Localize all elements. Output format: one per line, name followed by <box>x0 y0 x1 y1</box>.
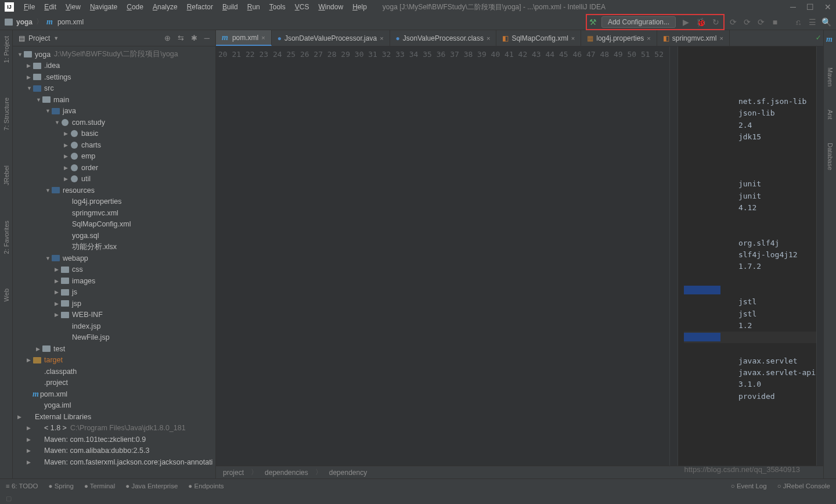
build-icon[interactable]: ⚒ <box>589 17 597 27</box>
close-tab-icon[interactable]: × <box>571 35 575 42</box>
tool-java enterprise[interactable]: ● Java Enterprise <box>125 483 178 489</box>
tree-item[interactable]: ▶.settings <box>13 71 215 83</box>
tree-item[interactable]: .project <box>13 377 215 389</box>
tree-item[interactable]: ▶js <box>13 287 215 298</box>
status-jrebel console[interactable]: ○ JRebel Console <box>777 483 830 489</box>
tree-item[interactable]: ▶css <box>13 264 215 276</box>
status-icon[interactable]: ▢ <box>6 495 12 502</box>
project-tool-button[interactable]: 1: Project <box>3 36 10 63</box>
close-tab-icon[interactable]: × <box>380 35 383 42</box>
breadcrumb-file[interactable]: pom.xml <box>57 18 84 26</box>
tree-item[interactable]: ▶Maven: com.fasterxml.jackson.core:jacks… <box>13 456 215 468</box>
tree-item[interactable]: ▶WEB-INF <box>13 309 215 321</box>
tree-item[interactable]: index.jsp <box>13 321 215 332</box>
tree-item[interactable]: ▶jsp <box>13 298 215 309</box>
tree-item[interactable]: ▶target <box>13 355 215 366</box>
tree-item[interactable]: ▼resources <box>13 185 215 196</box>
tree-item[interactable]: ▼com.study <box>13 117 215 128</box>
tree-item[interactable]: ▶util <box>13 174 215 185</box>
menu-edit[interactable]: Edit <box>40 2 60 12</box>
minimize-icon[interactable]: ─ <box>790 2 796 12</box>
tree-item[interactable]: ▶Maven: com.101tec:zkclient:0.9 <box>13 434 215 445</box>
editor-tab[interactable]: ●JsonDateValueProcessor.java× <box>272 30 390 46</box>
toolbar-icon[interactable]: ⟳ <box>756 17 766 27</box>
database-tool-button[interactable]: Database <box>827 143 834 170</box>
editor-tab[interactable]: ◧SqlMapConfig.xml× <box>496 30 581 46</box>
crumb-dependencies[interactable]: dependencies <box>265 469 308 477</box>
debug-icon[interactable]: 🐞 <box>696 17 706 27</box>
jrebel-tool-button[interactable]: JRebel <box>3 165 10 185</box>
add-configuration-button[interactable]: Add Configuration... <box>601 16 676 28</box>
menu-tools[interactable]: Tools <box>265 2 290 12</box>
tree-item[interactable]: ▶charts <box>13 139 215 151</box>
maven-tool-button[interactable]: Maven <box>827 67 834 87</box>
tree-item[interactable]: ▼webapp <box>13 253 215 264</box>
tree-item[interactable]: ▶order <box>13 162 215 174</box>
tool-spring[interactable]: ● Spring <box>49 483 74 489</box>
editor-tab[interactable]: mpom.xml× <box>216 30 272 46</box>
tree-item[interactable]: ▶images <box>13 275 215 287</box>
status-event log[interactable]: ○ Event Log <box>731 483 767 489</box>
menu-file[interactable]: File <box>20 2 39 12</box>
tree-item[interactable]: yoga.sql <box>13 230 215 242</box>
menu-vcs[interactable]: VCS <box>291 2 314 12</box>
tree-item[interactable]: mpom.xml <box>13 388 215 400</box>
toolbar-icon[interactable]: ⟳ <box>728 17 738 27</box>
tree-item[interactable]: 功能分析.xlsx <box>13 242 215 253</box>
tree-item[interactable]: yoga.iml <box>13 400 215 412</box>
maven-tool-icon[interactable]: m <box>826 35 833 44</box>
tree-item[interactable]: ▶test <box>13 343 215 355</box>
tree-item[interactable]: ▼src <box>13 83 215 95</box>
hide-icon[interactable]: ─ <box>204 34 210 42</box>
menu-code[interactable]: Code <box>122 2 147 12</box>
crumb-dependency[interactable]: dependency <box>329 469 367 477</box>
tree-item[interactable]: .classpath <box>13 366 215 377</box>
structure-tool-button[interactable]: 7: Structure <box>3 98 10 131</box>
tree-item[interactable]: SqlMapConfig.xml <box>13 219 215 231</box>
menu-help[interactable]: Help <box>348 2 371 12</box>
run-icon[interactable]: ▶ <box>680 17 691 27</box>
close-tab-icon[interactable]: × <box>647 35 650 42</box>
tree-item[interactable]: ▶External Libraries <box>13 411 215 423</box>
panel-title[interactable]: Project <box>28 34 50 42</box>
toolbar-icon[interactable]: ⟳ <box>742 17 752 27</box>
menu-view[interactable]: View <box>62 2 85 12</box>
menu-run[interactable]: Run <box>243 2 264 12</box>
close-icon[interactable]: ✕ <box>824 2 831 12</box>
todo-button[interactable]: ≡ 6: TODO <box>6 483 38 489</box>
editor-tab[interactable]: ●JsonValueProcessor.class× <box>390 30 497 46</box>
tool-terminal[interactable]: ● Terminal <box>84 483 115 489</box>
menu-analyze[interactable]: Analyze <box>149 2 182 12</box>
tree-item[interactable]: NewFile.jsp <box>13 332 215 344</box>
close-tab-icon[interactable]: × <box>487 35 490 42</box>
tree-item[interactable]: ▶emp <box>13 151 215 163</box>
tree-item[interactable]: ▼yogaJ:\MySelf\BWFStudy\二阶段项目\yoga <box>13 49 215 60</box>
menu-build[interactable]: Build <box>218 2 242 12</box>
tree-item[interactable]: ▶Maven: com.alibaba:dubbo:2.5.3 <box>13 445 215 457</box>
tool-endpoints[interactable]: ● Endpoints <box>188 483 224 489</box>
menu-refactor[interactable]: Refactor <box>183 2 217 12</box>
search-icon[interactable]: 🔍 <box>821 17 831 27</box>
close-tab-icon[interactable]: × <box>261 34 265 41</box>
web-tool-button[interactable]: Web <box>3 289 10 301</box>
menu-window[interactable]: Window <box>314 2 347 12</box>
code-content[interactable]: net.sf.json-lib json-lib 2.4 jdk15 junit… <box>678 46 816 466</box>
tree-item[interactable]: springmvc.xml <box>13 207 215 219</box>
favorites-tool-button[interactable]: 2: Favorites <box>3 221 10 254</box>
project-tree[interactable]: ▼yogaJ:\MySelf\BWFStudy\二阶段项目\yoga▶.idea… <box>13 46 215 478</box>
locate-icon[interactable]: ⊕ <box>164 34 171 42</box>
crumb-project[interactable]: project <box>223 469 244 477</box>
editor-tab[interactable]: ▦log4j.properties× <box>581 30 657 46</box>
collapse-icon[interactable]: ⇆ <box>178 34 184 42</box>
tree-item[interactable]: ▼java <box>13 106 215 117</box>
breadcrumb-root[interactable]: yoga <box>16 18 33 26</box>
maximize-icon[interactable]: ☐ <box>806 2 814 12</box>
project-view-icon[interactable]: ▤ <box>19 34 25 42</box>
ant-tool-button[interactable]: Ant <box>827 110 834 120</box>
settings-icon[interactable]: ✱ <box>191 34 197 42</box>
fold-gutter[interactable] <box>670 46 678 466</box>
menu-navigate[interactable]: Navigate <box>86 2 121 12</box>
coverage-icon[interactable]: ↻ <box>711 17 721 27</box>
error-stripe[interactable]: ✓ <box>816 46 823 466</box>
close-tab-icon[interactable]: × <box>719 35 723 42</box>
